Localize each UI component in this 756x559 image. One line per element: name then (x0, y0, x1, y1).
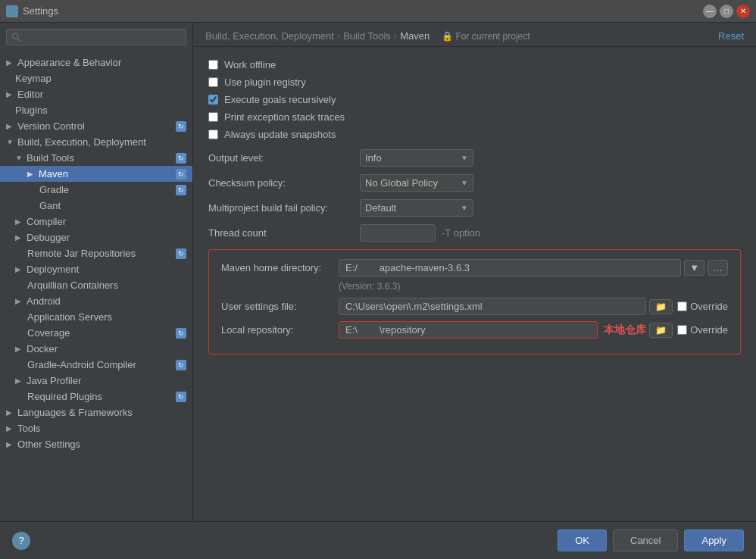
checksum-policy-dropdown[interactable]: No Global Policy ▼ (360, 174, 473, 192)
thread-count-input[interactable] (360, 224, 436, 242)
maximize-button[interactable]: □ (720, 5, 733, 18)
work-offline-checkbox[interactable] (208, 60, 218, 70)
expand-arrow: ▶ (6, 440, 15, 448)
sidebar-item-version-control[interactable]: ▶ Version Control ↻ (0, 118, 192, 134)
project-scope: 🔒 For current project (442, 31, 530, 42)
sidebar-item-label: Remote Jar Repositories (27, 248, 136, 259)
sidebar-item-label: Other Settings (17, 439, 80, 450)
search-box[interactable] (6, 29, 186, 45)
thread-count-control: -T option (360, 224, 741, 242)
print-exception-checkbox[interactable] (208, 112, 218, 122)
plugin-registry-label[interactable]: Use plugin registry (224, 77, 306, 88)
user-settings-input[interactable] (339, 298, 646, 315)
window-controls: — □ ✕ (703, 5, 750, 18)
sidebar-item-required-plugins[interactable]: Required Plugins ↻ (0, 389, 192, 404)
help-button[interactable]: ? (12, 532, 30, 550)
sidebar-item-build-tools[interactable]: ▼ Build Tools ↻ (0, 150, 192, 166)
sidebar-item-tools[interactable]: ▶ Tools (0, 420, 192, 436)
sidebar-item-languages[interactable]: ▶ Languages & Frameworks (0, 404, 192, 420)
badge: ↻ (176, 248, 186, 259)
sidebar-item-appearance[interactable]: ▶ Appearance & Behavior (0, 55, 192, 70)
sidebar-item-remote-jar[interactable]: Remote Jar Repositories ↻ (0, 245, 192, 261)
badge: ↻ (176, 185, 186, 195)
breadcrumb-part-1: Build, Execution, Deployment (205, 30, 334, 42)
local-repo-override-checkbox[interactable] (677, 325, 687, 335)
ok-button[interactable]: OK (558, 529, 607, 551)
sidebar-item-build-exec[interactable]: ▼ Build, Execution, Deployment (0, 134, 192, 150)
maven-dropdown-button[interactable]: ▼ (684, 260, 704, 276)
sidebar-item-label: Required Plugins (27, 391, 102, 402)
sidebar-item-keymap[interactable]: Keymap (0, 70, 192, 86)
apply-button[interactable]: Apply (684, 529, 744, 551)
sidebar-item-deployment[interactable]: ▶ Deployment (0, 261, 192, 277)
maven-home-row: Maven home directory: ▼ … (221, 259, 728, 276)
thread-option-label: -T option (442, 227, 480, 239)
maven-home-input[interactable] (339, 259, 681, 276)
user-settings-browse-button[interactable]: 📁 (649, 299, 673, 314)
expand-arrow: ▶ (15, 217, 24, 226)
window-title: Settings (23, 5, 703, 17)
local-repo-override: Override (677, 324, 728, 336)
sidebar-item-label: Coverage (27, 327, 70, 339)
expand-arrow: ▶ (15, 345, 24, 353)
sidebar-item-editor[interactable]: ▶ Editor (0, 86, 192, 102)
output-level-dropdown[interactable]: Info ▼ (360, 149, 473, 167)
sidebar-item-app-servers[interactable]: Application Servers (0, 309, 192, 325)
expand-arrow: ▶ (27, 170, 36, 178)
sidebar-item-other[interactable]: ▶ Other Settings (0, 436, 192, 452)
multiproject-control: Default ▼ (360, 199, 741, 217)
minimize-button[interactable]: — (703, 5, 717, 18)
local-repo-input[interactable] (339, 321, 598, 339)
sidebar-item-plugins[interactable]: Plugins (0, 102, 192, 118)
sidebar-item-coverage[interactable]: Coverage ↻ (0, 325, 192, 341)
sidebar-item-android[interactable]: ▶ Android (0, 293, 192, 309)
execute-goals-label[interactable]: Execute goals recursively (224, 94, 336, 105)
always-update-label[interactable]: Always update snapshots (224, 129, 336, 140)
sidebar-item-gradle[interactable]: Gradle ↻ (0, 182, 192, 198)
sidebar-item-gradle-android[interactable]: Gradle-Android Compiler ↻ (0, 357, 192, 373)
search-input[interactable] (24, 32, 181, 42)
sidebar-item-label: Gradle-Android Compiler (27, 359, 136, 370)
checksum-policy-label: Checksum policy: (208, 177, 360, 189)
main-area: ▶ Appearance & Behavior Keymap ▶ Editor … (0, 23, 756, 521)
sidebar-item-label: Languages & Frameworks (17, 407, 133, 418)
maven-browse-button[interactable]: … (708, 260, 728, 276)
sidebar-item-label: Debugger (27, 232, 70, 243)
local-repo-browse-button[interactable]: 📁 (649, 323, 673, 338)
user-settings-override-checkbox[interactable] (677, 301, 687, 311)
breadcrumb: Build, Execution, Deployment › Build Too… (205, 30, 430, 42)
plugin-registry-row: Use plugin registry (208, 77, 741, 88)
svg-line-1 (17, 38, 20, 41)
cancel-button[interactable]: Cancel (613, 529, 678, 551)
sidebar-item-compiler[interactable]: ▶ Compiler (0, 214, 192, 230)
sidebar-item-debugger[interactable]: ▶ Debugger (0, 230, 192, 245)
always-update-checkbox[interactable] (208, 130, 218, 139)
expand-arrow: ▶ (6, 424, 15, 433)
sidebar-item-label: Editor (17, 89, 43, 100)
plugin-registry-checkbox[interactable] (208, 77, 218, 87)
maven-version-note: (Version: 3.6.3) (339, 281, 728, 292)
expand-arrow: ▶ (15, 376, 24, 385)
multiproject-dropdown[interactable]: Default ▼ (360, 199, 473, 217)
print-exception-label[interactable]: Print exception stack traces (224, 111, 345, 123)
close-button[interactable]: ✕ (736, 5, 750, 18)
user-settings-label: User settings file: (221, 301, 339, 312)
content-header: Build, Execution, Deployment › Build Too… (193, 23, 756, 47)
badge: ↻ (176, 169, 186, 180)
sidebar-item-label: Gradle (39, 184, 69, 195)
sidebar-item-label: Arquillian Containers (27, 280, 118, 291)
user-settings-row: User settings file: 📁 Override (221, 298, 728, 315)
sidebar-item-java-profiler[interactable]: ▶ Java Profiler (0, 373, 192, 389)
expand-arrow: ▶ (6, 58, 15, 67)
work-offline-label[interactable]: Work offline (224, 59, 276, 70)
expand-arrow: ▶ (15, 265, 24, 273)
sidebar-item-maven[interactable]: ▶ Maven ↻ (0, 166, 192, 182)
execute-goals-checkbox[interactable] (208, 95, 218, 105)
sidebar-item-docker[interactable]: ▶ Docker (0, 341, 192, 357)
dropdowns-section: Output level: Info ▼ Checksum policy: (208, 149, 741, 242)
sidebar-item-arquillian[interactable]: Arquillian Containers (0, 277, 192, 293)
local-repo-annotation: 本地仓库 (604, 323, 646, 337)
reset-button[interactable]: Reset (718, 30, 744, 42)
chevron-down-icon: ▼ (461, 204, 468, 212)
sidebar-item-gant[interactable]: Gant (0, 198, 192, 214)
